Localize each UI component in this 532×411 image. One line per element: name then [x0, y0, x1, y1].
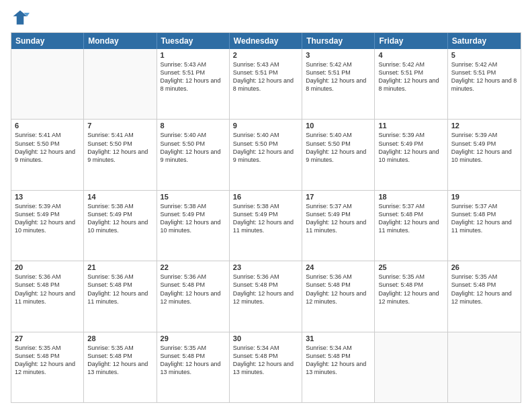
- day-number: 7: [87, 122, 152, 130]
- day-info: Sunrise: 5:42 AMSunset: 5:51 PMDaylight:…: [378, 60, 443, 93]
- day-info: Sunrise: 5:36 AMSunset: 5:48 PMDaylight:…: [306, 273, 371, 306]
- cal-week-5: 27Sunrise: 5:35 AMSunset: 5:48 PMDayligh…: [11, 332, 521, 402]
- cal-day: 9Sunrise: 5:40 AMSunset: 5:50 PMDaylight…: [230, 120, 302, 189]
- cal-day: 25Sunrise: 5:35 AMSunset: 5:48 PMDayligh…: [375, 261, 447, 331]
- day-info: Sunrise: 5:34 AMSunset: 5:48 PMDaylight:…: [306, 344, 371, 377]
- day-info: Sunrise: 5:38 AMSunset: 5:49 PMDaylight:…: [87, 202, 152, 235]
- cal-day: 27Sunrise: 5:35 AMSunset: 5:48 PMDayligh…: [11, 332, 84, 402]
- day-number: 31: [306, 334, 371, 342]
- day-number: 23: [233, 263, 298, 271]
- logo: [11, 8, 32, 27]
- cal-day: [448, 332, 521, 402]
- day-info: Sunrise: 5:40 AMSunset: 5:50 PMDaylight:…: [233, 131, 298, 164]
- cal-day: 13Sunrise: 5:39 AMSunset: 5:49 PMDayligh…: [11, 191, 84, 261]
- day-number: 13: [15, 193, 80, 201]
- day-number: 20: [15, 263, 80, 271]
- cal-header-sunday: Sunday: [11, 33, 84, 49]
- day-number: 9: [233, 122, 298, 130]
- cal-day: 2Sunrise: 5:43 AMSunset: 5:51 PMDaylight…: [230, 49, 302, 119]
- cal-day: 15Sunrise: 5:38 AMSunset: 5:49 PMDayligh…: [157, 191, 230, 261]
- day-number: 28: [87, 334, 152, 342]
- cal-day: 4Sunrise: 5:42 AMSunset: 5:51 PMDaylight…: [375, 49, 447, 119]
- day-info: Sunrise: 5:43 AMSunset: 5:51 PMDaylight:…: [161, 60, 226, 93]
- page: SundayMondayTuesdayWednesdayThursdayFrid…: [0, 0, 532, 411]
- cal-header-wednesday: Wednesday: [230, 33, 302, 49]
- cal-day: 22Sunrise: 5:36 AMSunset: 5:48 PMDayligh…: [157, 261, 230, 331]
- calendar-header-row: SundayMondayTuesdayWednesdayThursdayFrid…: [11, 33, 521, 49]
- day-number: 11: [378, 122, 443, 130]
- day-number: 8: [161, 122, 226, 130]
- day-info: Sunrise: 5:40 AMSunset: 5:50 PMDaylight:…: [306, 131, 371, 164]
- cal-day: 29Sunrise: 5:35 AMSunset: 5:48 PMDayligh…: [157, 332, 230, 402]
- cal-header-thursday: Thursday: [302, 33, 375, 49]
- calendar-body: 1Sunrise: 5:43 AMSunset: 5:51 PMDaylight…: [11, 49, 521, 402]
- cal-week-2: 6Sunrise: 5:41 AMSunset: 5:50 PMDaylight…: [11, 119, 521, 189]
- calendar: SundayMondayTuesdayWednesdayThursdayFrid…: [11, 32, 521, 403]
- cal-day: 28Sunrise: 5:35 AMSunset: 5:48 PMDayligh…: [84, 332, 157, 402]
- cal-header-saturday: Saturday: [448, 33, 521, 49]
- day-info: Sunrise: 5:35 AMSunset: 5:48 PMDaylight:…: [15, 344, 80, 377]
- day-info: Sunrise: 5:42 AMSunset: 5:51 PMDaylight:…: [306, 60, 371, 93]
- day-number: 15: [161, 193, 226, 201]
- day-info: Sunrise: 5:35 AMSunset: 5:48 PMDaylight:…: [378, 273, 443, 306]
- day-number: 1: [161, 51, 226, 59]
- cal-day: 24Sunrise: 5:36 AMSunset: 5:48 PMDayligh…: [302, 261, 375, 331]
- cal-day: 1Sunrise: 5:43 AMSunset: 5:51 PMDaylight…: [157, 49, 230, 119]
- day-number: 21: [87, 263, 152, 271]
- day-number: 4: [378, 51, 443, 59]
- day-number: 27: [15, 334, 80, 342]
- day-info: Sunrise: 5:41 AMSunset: 5:50 PMDaylight:…: [15, 131, 80, 164]
- svg-marker-0: [13, 11, 28, 25]
- day-number: 2: [233, 51, 298, 59]
- day-number: 12: [451, 122, 517, 130]
- day-number: 10: [306, 122, 371, 130]
- day-number: 5: [451, 51, 517, 59]
- cal-day: 16Sunrise: 5:38 AMSunset: 5:49 PMDayligh…: [230, 191, 302, 261]
- logo-icon: [11, 8, 30, 27]
- day-number: 19: [451, 193, 517, 201]
- day-info: Sunrise: 5:35 AMSunset: 5:48 PMDaylight:…: [161, 344, 226, 377]
- day-info: Sunrise: 5:41 AMSunset: 5:50 PMDaylight:…: [87, 131, 152, 164]
- cal-day: 3Sunrise: 5:42 AMSunset: 5:51 PMDaylight…: [302, 49, 375, 119]
- cal-day: 8Sunrise: 5:40 AMSunset: 5:50 PMDaylight…: [157, 120, 230, 189]
- day-number: 17: [306, 193, 371, 201]
- cal-week-1: 1Sunrise: 5:43 AMSunset: 5:51 PMDaylight…: [11, 49, 521, 119]
- day-info: Sunrise: 5:36 AMSunset: 5:48 PMDaylight:…: [161, 273, 226, 306]
- cal-header-tuesday: Tuesday: [157, 33, 230, 49]
- cal-day: 21Sunrise: 5:36 AMSunset: 5:48 PMDayligh…: [84, 261, 157, 331]
- day-number: 16: [233, 193, 298, 201]
- day-number: 24: [306, 263, 371, 271]
- cal-day: 31Sunrise: 5:34 AMSunset: 5:48 PMDayligh…: [302, 332, 375, 402]
- day-info: Sunrise: 5:36 AMSunset: 5:48 PMDaylight:…: [233, 273, 298, 306]
- cal-week-4: 20Sunrise: 5:36 AMSunset: 5:48 PMDayligh…: [11, 261, 521, 331]
- cal-day: 17Sunrise: 5:37 AMSunset: 5:49 PMDayligh…: [302, 191, 375, 261]
- header: [11, 8, 521, 27]
- cal-day: 11Sunrise: 5:39 AMSunset: 5:49 PMDayligh…: [375, 120, 447, 189]
- cal-day: 7Sunrise: 5:41 AMSunset: 5:50 PMDaylight…: [84, 120, 157, 189]
- cal-day: [11, 49, 84, 119]
- cal-day: 20Sunrise: 5:36 AMSunset: 5:48 PMDayligh…: [11, 261, 84, 331]
- day-info: Sunrise: 5:39 AMSunset: 5:49 PMDaylight:…: [15, 202, 80, 235]
- cal-day: 18Sunrise: 5:37 AMSunset: 5:48 PMDayligh…: [375, 191, 447, 261]
- cal-day: 23Sunrise: 5:36 AMSunset: 5:48 PMDayligh…: [230, 261, 302, 331]
- cal-day: 5Sunrise: 5:42 AMSunset: 5:51 PMDaylight…: [448, 49, 521, 119]
- day-info: Sunrise: 5:37 AMSunset: 5:48 PMDaylight:…: [451, 202, 517, 235]
- day-info: Sunrise: 5:35 AMSunset: 5:48 PMDaylight:…: [87, 344, 152, 377]
- day-info: Sunrise: 5:39 AMSunset: 5:49 PMDaylight:…: [378, 131, 443, 164]
- cal-day: 14Sunrise: 5:38 AMSunset: 5:49 PMDayligh…: [84, 191, 157, 261]
- day-number: 26: [451, 263, 517, 271]
- cal-day: [84, 49, 157, 119]
- day-info: Sunrise: 5:37 AMSunset: 5:49 PMDaylight:…: [306, 202, 371, 235]
- day-number: 18: [378, 193, 443, 201]
- day-number: 3: [306, 51, 371, 59]
- cal-day: 12Sunrise: 5:39 AMSunset: 5:49 PMDayligh…: [448, 120, 521, 189]
- day-number: 6: [15, 122, 80, 130]
- day-info: Sunrise: 5:35 AMSunset: 5:48 PMDaylight:…: [451, 273, 517, 306]
- day-info: Sunrise: 5:42 AMSunset: 5:51 PMDaylight:…: [451, 60, 517, 93]
- cal-header-friday: Friday: [375, 33, 447, 49]
- day-info: Sunrise: 5:37 AMSunset: 5:48 PMDaylight:…: [378, 202, 443, 235]
- day-info: Sunrise: 5:39 AMSunset: 5:49 PMDaylight:…: [451, 131, 517, 164]
- day-info: Sunrise: 5:36 AMSunset: 5:48 PMDaylight:…: [87, 273, 152, 306]
- cal-day: 10Sunrise: 5:40 AMSunset: 5:50 PMDayligh…: [302, 120, 375, 189]
- day-info: Sunrise: 5:38 AMSunset: 5:49 PMDaylight:…: [233, 202, 298, 235]
